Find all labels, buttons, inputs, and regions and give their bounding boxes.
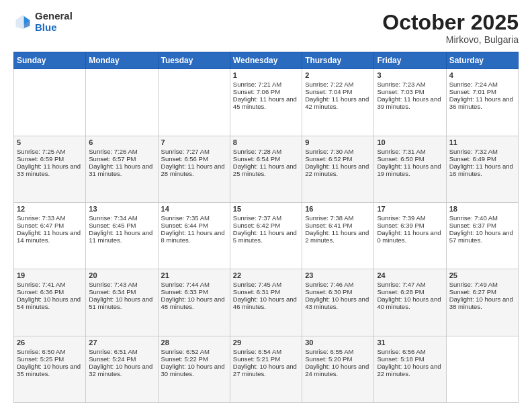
- day-number: 27: [89, 338, 154, 347]
- calendar-week-row: 5Sunrise: 7:25 AMSunset: 6:59 PMDaylight…: [14, 136, 519, 202]
- month-title: October 2025: [382, 11, 519, 34]
- day-info: Sunrise: 7:32 AM: [449, 148, 515, 155]
- day-number: 11: [449, 138, 515, 146]
- day-info: Sunrise: 7:33 AM: [17, 214, 83, 222]
- day-info: Sunrise: 7:43 AM: [89, 281, 154, 288]
- table-row: 8Sunrise: 7:28 AMSunset: 6:54 PMDaylight…: [230, 136, 302, 202]
- day-number: 3: [377, 71, 443, 79]
- day-info: Sunset: 5:18 PM: [377, 355, 443, 363]
- day-info: Sunrise: 7:30 AM: [305, 148, 371, 155]
- day-info: Sunrise: 7:26 AM: [89, 148, 154, 155]
- col-thursday: Thursday: [302, 52, 374, 69]
- title-block: October 2025 Mirkovo, Bulgaria: [382, 11, 519, 45]
- calendar-week-row: 12Sunrise: 7:33 AMSunset: 6:47 PMDayligh…: [14, 202, 519, 269]
- col-wednesday: Wednesday: [230, 52, 302, 69]
- table-row: 23Sunrise: 7:46 AMSunset: 6:30 PMDayligh…: [302, 269, 374, 336]
- day-number: 17: [377, 205, 443, 213]
- day-info: Sunset: 6:47 PM: [17, 222, 83, 229]
- table-row: 2Sunrise: 7:22 AMSunset: 7:04 PMDaylight…: [302, 69, 374, 136]
- col-monday: Monday: [86, 52, 158, 69]
- day-info: Sunset: 6:33 PM: [161, 288, 227, 295]
- col-friday: Friday: [374, 52, 446, 69]
- day-info: Daylight: 10 hours and 54 minutes.: [17, 295, 83, 310]
- day-info: Sunrise: 7:46 AM: [305, 281, 371, 288]
- day-info: Sunrise: 6:51 AM: [89, 348, 154, 355]
- day-info: Daylight: 11 hours and 2 minutes.: [305, 229, 371, 244]
- day-info: Daylight: 10 hours and 22 minutes.: [377, 363, 443, 377]
- table-row: 30Sunrise: 6:55 AMSunset: 5:20 PMDayligh…: [302, 336, 374, 402]
- day-info: Sunset: 6:57 PM: [89, 155, 154, 163]
- day-info: Daylight: 11 hours and 36 minutes.: [449, 95, 515, 110]
- day-number: 5: [17, 138, 83, 146]
- day-info: Sunset: 6:30 PM: [305, 288, 371, 295]
- day-number: 18: [449, 205, 515, 213]
- day-info: Sunrise: 7:37 AM: [233, 214, 299, 222]
- day-number: 19: [17, 271, 83, 279]
- day-info: Sunset: 6:50 PM: [377, 155, 443, 163]
- day-number: 30: [305, 338, 371, 347]
- col-tuesday: Tuesday: [158, 52, 230, 69]
- table-row: 6Sunrise: 7:26 AMSunset: 6:57 PMDaylight…: [86, 136, 158, 202]
- day-info: Sunset: 5:20 PM: [305, 355, 371, 363]
- calendar-table: Sunday Monday Tuesday Wednesday Thursday…: [13, 52, 519, 403]
- calendar-header-row: Sunday Monday Tuesday Wednesday Thursday…: [14, 52, 519, 69]
- day-info: Sunrise: 7:38 AM: [305, 214, 371, 222]
- day-info: Daylight: 11 hours and 8 minutes.: [161, 229, 227, 244]
- day-number: 16: [305, 205, 371, 213]
- day-info: Sunrise: 7:49 AM: [449, 281, 515, 288]
- day-number: 8: [233, 138, 299, 146]
- day-number: 14: [161, 205, 227, 213]
- day-info: Daylight: 11 hours and 31 minutes.: [89, 163, 154, 177]
- day-info: Sunset: 6:56 PM: [161, 155, 227, 163]
- day-number: 29: [233, 338, 299, 347]
- day-info: Sunrise: 7:22 AM: [305, 81, 371, 88]
- logo-general: General: [35, 10, 73, 21]
- day-info: Sunset: 6:41 PM: [305, 222, 371, 229]
- day-info: Sunset: 7:03 PM: [377, 88, 443, 95]
- day-number: 20: [89, 271, 154, 279]
- col-saturday: Saturday: [446, 52, 518, 69]
- day-info: Sunrise: 6:54 AM: [233, 348, 299, 355]
- table-row: 19Sunrise: 7:41 AMSunset: 6:36 PMDayligh…: [14, 269, 86, 336]
- table-row: 18Sunrise: 7:40 AMSunset: 6:37 PMDayligh…: [446, 202, 518, 269]
- day-info: Sunrise: 7:41 AM: [17, 281, 83, 288]
- day-info: Sunset: 6:42 PM: [233, 222, 299, 229]
- col-sunday: Sunday: [14, 52, 86, 69]
- day-info: Sunset: 6:27 PM: [449, 288, 515, 295]
- table-row: 25Sunrise: 7:49 AMSunset: 6:27 PMDayligh…: [446, 269, 518, 336]
- table-row: 16Sunrise: 7:38 AMSunset: 6:41 PMDayligh…: [302, 202, 374, 269]
- day-info: Sunset: 6:31 PM: [233, 288, 299, 295]
- day-info: Sunrise: 7:47 AM: [377, 281, 443, 288]
- day-info: Sunrise: 7:24 AM: [449, 81, 515, 88]
- day-info: Sunrise: 7:27 AM: [161, 148, 227, 155]
- day-info: Sunrise: 6:50 AM: [17, 348, 83, 355]
- day-info: Sunrise: 6:55 AM: [305, 348, 371, 355]
- day-number: 12: [17, 205, 83, 213]
- day-number: 25: [449, 271, 515, 279]
- day-number: 28: [161, 338, 227, 347]
- calendar-week-row: 19Sunrise: 7:41 AMSunset: 6:36 PMDayligh…: [14, 269, 519, 336]
- day-info: Daylight: 11 hours and 28 minutes.: [161, 163, 227, 177]
- day-number: 24: [377, 271, 443, 279]
- day-info: Daylight: 11 hours and 45 minutes.: [233, 95, 299, 110]
- table-row: 28Sunrise: 6:52 AMSunset: 5:22 PMDayligh…: [158, 336, 230, 402]
- day-info: Daylight: 10 hours and 27 minutes.: [233, 363, 299, 377]
- table-row: 24Sunrise: 7:47 AMSunset: 6:28 PMDayligh…: [374, 269, 446, 336]
- table-row: 27Sunrise: 6:51 AMSunset: 5:24 PMDayligh…: [86, 336, 158, 402]
- day-info: Sunset: 6:45 PM: [89, 222, 154, 229]
- day-info: Daylight: 11 hours and 11 minutes.: [89, 229, 154, 244]
- day-info: Daylight: 10 hours and 35 minutes.: [17, 363, 83, 377]
- table-row: [446, 336, 518, 402]
- day-info: Daylight: 10 hours and 48 minutes.: [161, 295, 227, 310]
- day-info: Sunset: 7:04 PM: [305, 88, 371, 95]
- table-row: [158, 69, 230, 136]
- table-row: 20Sunrise: 7:43 AMSunset: 6:34 PMDayligh…: [86, 269, 158, 336]
- day-info: Sunrise: 7:44 AM: [161, 281, 227, 288]
- table-row: 4Sunrise: 7:24 AMSunset: 7:01 PMDaylight…: [446, 69, 518, 136]
- day-number: 31: [377, 338, 443, 347]
- day-info: Sunset: 5:24 PM: [89, 355, 154, 363]
- day-info: Sunset: 6:59 PM: [17, 155, 83, 163]
- table-row: 12Sunrise: 7:33 AMSunset: 6:47 PMDayligh…: [14, 202, 86, 269]
- table-row: 10Sunrise: 7:31 AMSunset: 6:50 PMDayligh…: [374, 136, 446, 202]
- table-row: 17Sunrise: 7:39 AMSunset: 6:39 PMDayligh…: [374, 202, 446, 269]
